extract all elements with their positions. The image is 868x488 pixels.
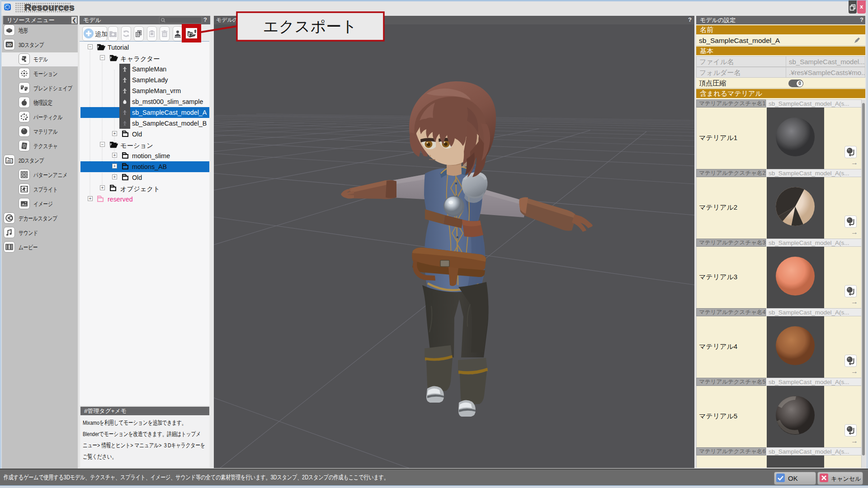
- svg-text:2D: 2D: [7, 159, 11, 163]
- svg-text:エクスポート: エクスポート: [263, 18, 357, 35]
- svg-text:3D: 3D: [7, 42, 12, 47]
